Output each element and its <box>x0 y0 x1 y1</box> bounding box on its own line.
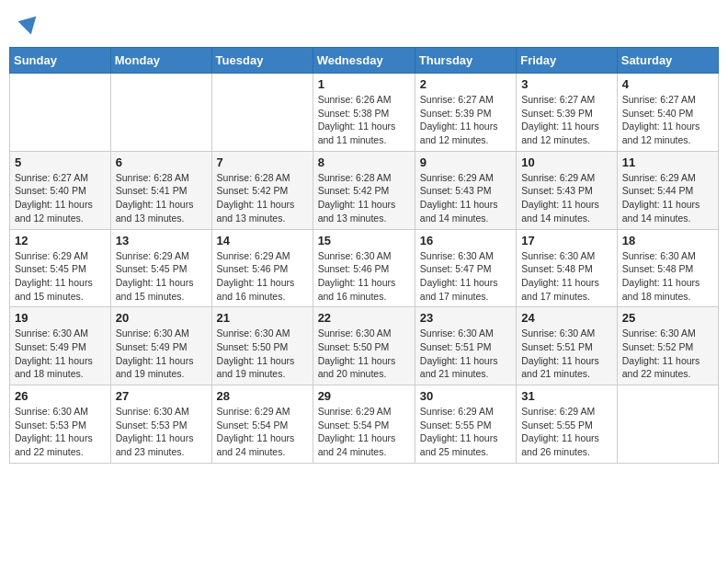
day-info: Sunrise: 6:28 AM Sunset: 5:41 PM Dayligh… <box>116 171 207 225</box>
calendar-cell: 21Sunrise: 6:30 AM Sunset: 5:50 PM Dayli… <box>211 307 313 385</box>
day-number: 26 <box>15 389 106 403</box>
day-info: Sunrise: 6:27 AM Sunset: 5:40 PM Dayligh… <box>15 171 106 225</box>
day-number: 4 <box>622 77 713 91</box>
day-info: Sunrise: 6:30 AM Sunset: 5:51 PM Dayligh… <box>521 327 612 381</box>
day-info: Sunrise: 6:29 AM Sunset: 5:54 PM Dayligh… <box>217 405 308 459</box>
day-number: 23 <box>420 311 511 325</box>
day-info: Sunrise: 6:30 AM Sunset: 5:53 PM Dayligh… <box>15 405 106 459</box>
calendar-cell: 31Sunrise: 6:29 AM Sunset: 5:55 PM Dayli… <box>517 385 618 464</box>
day-number: 21 <box>217 311 308 325</box>
weekday-header-row: SundayMondayTuesdayWednesdayThursdayFrid… <box>10 48 719 74</box>
day-number: 6 <box>116 155 207 169</box>
weekday-header-wednesday: Wednesday <box>313 48 415 74</box>
day-number: 19 <box>15 311 106 325</box>
calendar-week-row: 5Sunrise: 6:27 AM Sunset: 5:40 PM Daylig… <box>10 151 719 229</box>
day-info: Sunrise: 6:27 AM Sunset: 5:39 PM Dayligh… <box>521 93 612 147</box>
weekday-header-friday: Friday <box>517 48 618 74</box>
calendar-cell: 24Sunrise: 6:30 AM Sunset: 5:51 PM Dayli… <box>517 307 618 385</box>
day-info: Sunrise: 6:30 AM Sunset: 5:51 PM Dayligh… <box>420 327 511 381</box>
day-info: Sunrise: 6:30 AM Sunset: 5:48 PM Dayligh… <box>521 249 612 304</box>
day-number: 15 <box>318 234 410 247</box>
day-info: Sunrise: 6:29 AM Sunset: 5:45 PM Dayligh… <box>116 249 207 304</box>
day-info: Sunrise: 6:30 AM Sunset: 5:49 PM Dayligh… <box>15 327 106 381</box>
calendar-cell: 5Sunrise: 6:27 AM Sunset: 5:40 PM Daylig… <box>10 151 111 229</box>
day-info: Sunrise: 6:29 AM Sunset: 5:43 PM Dayligh… <box>420 171 511 225</box>
day-number: 25 <box>622 311 713 325</box>
calendar-cell: 13Sunrise: 6:29 AM Sunset: 5:45 PM Dayli… <box>110 229 211 307</box>
day-info: Sunrise: 6:29 AM Sunset: 5:44 PM Dayligh… <box>622 171 713 225</box>
day-info: Sunrise: 6:30 AM Sunset: 5:47 PM Dayligh… <box>420 249 511 304</box>
calendar-cell: 16Sunrise: 6:30 AM Sunset: 5:47 PM Dayli… <box>415 229 516 307</box>
calendar-cell: 1Sunrise: 6:26 AM Sunset: 5:38 PM Daylig… <box>313 74 415 152</box>
day-number: 14 <box>217 234 308 247</box>
logo-icon <box>18 10 43 35</box>
calendar-cell: 27Sunrise: 6:30 AM Sunset: 5:53 PM Dayli… <box>110 385 211 464</box>
calendar-cell: 17Sunrise: 6:30 AM Sunset: 5:48 PM Dayli… <box>517 229 618 307</box>
day-number: 10 <box>521 155 612 169</box>
day-number: 17 <box>521 234 612 247</box>
calendar-cell: 28Sunrise: 6:29 AM Sunset: 5:54 PM Dayli… <box>211 385 313 464</box>
calendar-cell: 2Sunrise: 6:27 AM Sunset: 5:39 PM Daylig… <box>415 74 516 152</box>
calendar-cell: 14Sunrise: 6:29 AM Sunset: 5:46 PM Dayli… <box>211 229 313 307</box>
calendar-cell: 12Sunrise: 6:29 AM Sunset: 5:45 PM Dayli… <box>10 229 111 307</box>
calendar-cell: 25Sunrise: 6:30 AM Sunset: 5:52 PM Dayli… <box>617 307 718 385</box>
calendar-cell <box>10 74 111 152</box>
day-number: 28 <box>217 389 308 403</box>
day-number: 8 <box>318 155 410 169</box>
calendar-cell: 9Sunrise: 6:29 AM Sunset: 5:43 PM Daylig… <box>415 151 516 229</box>
calendar-cell: 22Sunrise: 6:30 AM Sunset: 5:50 PM Dayli… <box>313 307 415 385</box>
day-info: Sunrise: 6:29 AM Sunset: 5:54 PM Dayligh… <box>318 405 410 459</box>
day-info: Sunrise: 6:30 AM Sunset: 5:52 PM Dayligh… <box>622 327 713 381</box>
calendar-week-row: 12Sunrise: 6:29 AM Sunset: 5:45 PM Dayli… <box>10 229 719 307</box>
day-info: Sunrise: 6:29 AM Sunset: 5:46 PM Dayligh… <box>217 249 308 304</box>
weekday-header-tuesday: Tuesday <box>211 48 313 74</box>
calendar-cell: 10Sunrise: 6:29 AM Sunset: 5:43 PM Dayli… <box>517 151 618 229</box>
day-info: Sunrise: 6:26 AM Sunset: 5:38 PM Dayligh… <box>318 93 410 147</box>
weekday-header-monday: Monday <box>110 48 211 74</box>
day-number: 31 <box>521 389 612 403</box>
weekday-header-sunday: Sunday <box>10 48 111 74</box>
day-info: Sunrise: 6:30 AM Sunset: 5:48 PM Dayligh… <box>622 249 713 304</box>
day-info: Sunrise: 6:27 AM Sunset: 5:40 PM Dayligh… <box>622 93 713 147</box>
day-info: Sunrise: 6:29 AM Sunset: 5:55 PM Dayligh… <box>420 405 511 459</box>
calendar-week-row: 19Sunrise: 6:30 AM Sunset: 5:49 PM Dayli… <box>10 307 719 385</box>
day-number: 29 <box>318 389 410 403</box>
day-info: Sunrise: 6:29 AM Sunset: 5:43 PM Dayligh… <box>521 171 612 225</box>
calendar-cell: 7Sunrise: 6:28 AM Sunset: 5:42 PM Daylig… <box>211 151 313 229</box>
day-number: 5 <box>15 155 106 169</box>
day-number: 3 <box>521 77 612 91</box>
calendar-cell: 3Sunrise: 6:27 AM Sunset: 5:39 PM Daylig… <box>517 74 618 152</box>
calendar-cell: 6Sunrise: 6:28 AM Sunset: 5:41 PM Daylig… <box>110 151 211 229</box>
day-info: Sunrise: 6:29 AM Sunset: 5:45 PM Dayligh… <box>15 249 106 304</box>
day-number: 1 <box>318 77 410 91</box>
weekday-header-saturday: Saturday <box>617 48 718 74</box>
calendar-cell: 11Sunrise: 6:29 AM Sunset: 5:44 PM Dayli… <box>617 151 718 229</box>
day-info: Sunrise: 6:28 AM Sunset: 5:42 PM Dayligh… <box>217 171 308 225</box>
calendar-cell: 18Sunrise: 6:30 AM Sunset: 5:48 PM Dayli… <box>617 229 718 307</box>
logo <box>18 14 40 33</box>
calendar-week-row: 1Sunrise: 6:26 AM Sunset: 5:38 PM Daylig… <box>10 74 719 152</box>
day-number: 9 <box>420 155 511 169</box>
calendar-cell: 15Sunrise: 6:30 AM Sunset: 5:46 PM Dayli… <box>313 229 415 307</box>
day-info: Sunrise: 6:30 AM Sunset: 5:50 PM Dayligh… <box>318 327 410 381</box>
day-info: Sunrise: 6:29 AM Sunset: 5:55 PM Dayligh… <box>521 405 612 459</box>
day-number: 7 <box>217 155 308 169</box>
day-number: 22 <box>318 311 410 325</box>
calendar-cell: 19Sunrise: 6:30 AM Sunset: 5:49 PM Dayli… <box>10 307 111 385</box>
day-number: 11 <box>622 155 713 169</box>
calendar-cell: 30Sunrise: 6:29 AM Sunset: 5:55 PM Dayli… <box>415 385 516 464</box>
day-number: 16 <box>420 234 511 247</box>
calendar-cell <box>617 385 718 464</box>
day-number: 18 <box>622 234 713 247</box>
calendar-cell: 20Sunrise: 6:30 AM Sunset: 5:49 PM Dayli… <box>110 307 211 385</box>
day-info: Sunrise: 6:30 AM Sunset: 5:53 PM Dayligh… <box>116 405 207 459</box>
calendar-table: SundayMondayTuesdayWednesdayThursdayFrid… <box>9 47 719 464</box>
calendar-cell <box>110 74 211 152</box>
day-info: Sunrise: 6:30 AM Sunset: 5:50 PM Dayligh… <box>217 327 308 381</box>
day-number: 2 <box>420 77 511 91</box>
calendar-cell: 26Sunrise: 6:30 AM Sunset: 5:53 PM Dayli… <box>10 385 111 464</box>
day-info: Sunrise: 6:27 AM Sunset: 5:39 PM Dayligh… <box>420 93 511 147</box>
calendar-cell: 29Sunrise: 6:29 AM Sunset: 5:54 PM Dayli… <box>313 385 415 464</box>
day-number: 27 <box>116 389 207 403</box>
calendar-cell: 8Sunrise: 6:28 AM Sunset: 5:42 PM Daylig… <box>313 151 415 229</box>
